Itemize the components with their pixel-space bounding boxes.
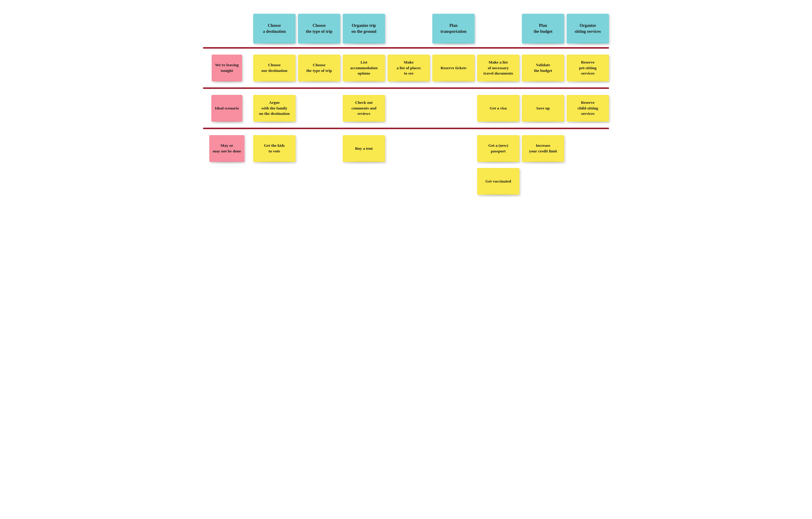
extra-cell	[387, 168, 430, 195]
sticky-note	[387, 95, 430, 122]
sticky-note	[387, 14, 430, 43]
sticky-note: Check out comments and reviews	[343, 95, 385, 122]
kanban-board: Choose a destinationChoose the type of t…	[203, 9, 609, 200]
sticky-note: List accommodation options	[343, 55, 385, 82]
row-divider	[203, 128, 609, 129]
sticky-note	[432, 95, 475, 122]
sticky-note: May or may not be done	[209, 135, 245, 162]
board-cell: Reserve tickets	[432, 55, 475, 82]
header-cell: Plan transportation	[432, 14, 475, 43]
sticky-note	[253, 168, 295, 195]
extra-cell	[343, 168, 385, 195]
sticky-note	[432, 168, 475, 195]
board-cell	[387, 135, 430, 162]
sticky-note: Choose a destination	[253, 14, 295, 43]
sticky-note	[387, 135, 430, 162]
board-cell: Get the kids to vote	[253, 135, 295, 162]
sticky-note: Buy a tent	[343, 135, 385, 162]
board-cell: List accommodation options	[343, 55, 385, 82]
sticky-note	[298, 95, 340, 122]
board-cell: Buy a tent	[343, 135, 385, 162]
extra-cell	[253, 168, 295, 195]
sticky-note: We're leaving tonight	[212, 55, 242, 82]
sticky-note: Save up	[522, 95, 564, 122]
sticky-note: Argue with the family on the destination	[253, 95, 295, 122]
board-cell: Choose the type of trip	[298, 55, 340, 82]
board-cell: Make a list of necessary travel document…	[477, 55, 519, 82]
sticky-note	[298, 135, 340, 162]
sticky-note	[298, 168, 340, 195]
board-cell	[298, 95, 340, 122]
extra-cell	[203, 168, 251, 195]
sticky-note: Get the kids to vote	[253, 135, 295, 162]
board-cell: Get a visa	[477, 95, 519, 122]
board-cell: Reserve child-sitting services	[567, 95, 609, 122]
sticky-note: Ideal scenario	[211, 95, 243, 122]
header-cell: Organize trip on the ground	[343, 14, 385, 43]
row-label: Ideal scenario	[203, 95, 251, 122]
board-cell: Save up	[522, 95, 564, 122]
row-divider	[203, 87, 609, 89]
divider-1	[203, 47, 609, 49]
board-cell	[432, 95, 475, 122]
board-row: We're leaving tonightChoose our destinat…	[203, 50, 609, 86]
header-cell	[387, 14, 430, 43]
board-cell	[298, 135, 340, 162]
row-label: May or may not be done	[203, 135, 251, 162]
board-cell: Argue with the family on the destination	[253, 95, 295, 122]
sticky-note: Make a list of necessary travel document…	[477, 55, 519, 82]
sticky-note: Make a list of places to see	[387, 55, 430, 82]
board-row: Ideal scenarioArgue with the family on t…	[203, 90, 609, 126]
sticky-note: Get vaccinated	[477, 168, 519, 195]
header-row: Choose a destinationChoose the type of t…	[203, 9, 609, 46]
header-cell: Plan the budget	[522, 14, 564, 43]
sticky-note: Increase your credit limit	[522, 135, 564, 162]
sticky-note: Plan the budget	[522, 14, 564, 43]
header-cell: Choose the type of trip	[298, 14, 340, 43]
sticky-note	[477, 14, 519, 43]
extra-cell: Get vaccinated	[477, 168, 519, 195]
board-cell: Make a list of places to see	[387, 55, 430, 82]
sticky-note	[567, 168, 609, 195]
board-cell: Validate the budget	[522, 55, 564, 82]
board-cell	[567, 135, 609, 162]
board-cell: Check out comments and reviews	[343, 95, 385, 122]
board-row: May or may not be doneGet the kids to vo…	[203, 130, 609, 167]
extra-row: Get vaccinated	[203, 167, 609, 200]
sticky-note: Choose the type of trip	[298, 14, 340, 43]
sticky-note: Choose the type of trip	[298, 55, 340, 82]
sticky-note	[387, 168, 430, 195]
sticky-note	[522, 168, 564, 195]
header-cell	[203, 14, 251, 43]
extra-cell	[298, 168, 340, 195]
sticky-note: Organize trip on the ground	[343, 14, 385, 43]
board-cell	[387, 95, 430, 122]
extra-cell	[567, 168, 609, 195]
sticky-note	[203, 14, 251, 43]
sticky-note	[432, 135, 475, 162]
sticky-note	[203, 168, 251, 195]
extra-cell	[432, 168, 475, 195]
board-cell: Increase your credit limit	[522, 135, 564, 162]
header-cell: Choose a destination	[253, 14, 295, 43]
sticky-note: Organize sitting services	[567, 14, 609, 43]
sticky-note: Get a (new) passport	[477, 135, 519, 162]
row-label: We're leaving tonight	[203, 55, 251, 82]
header-cell	[477, 14, 519, 43]
board-cell: Reserve pet-sitting services	[567, 55, 609, 82]
sticky-note: Reserve pet-sitting services	[567, 55, 609, 82]
sticky-note: Reserve tickets	[432, 55, 475, 82]
board-cell	[432, 135, 475, 162]
sticky-note: Choose our destination	[253, 55, 295, 82]
board-cell: Get a (new) passport	[477, 135, 519, 162]
board-cell: Choose our destination	[253, 55, 295, 82]
extra-cell	[522, 168, 564, 195]
sticky-note	[567, 135, 609, 162]
sticky-note: Plan transportation	[432, 14, 475, 43]
header-cell: Organize sitting services	[567, 14, 609, 43]
sticky-note	[343, 168, 385, 195]
sticky-note: Validate the budget	[522, 55, 564, 82]
sticky-note: Reserve child-sitting services	[567, 95, 609, 122]
sticky-note: Get a visa	[477, 95, 519, 122]
